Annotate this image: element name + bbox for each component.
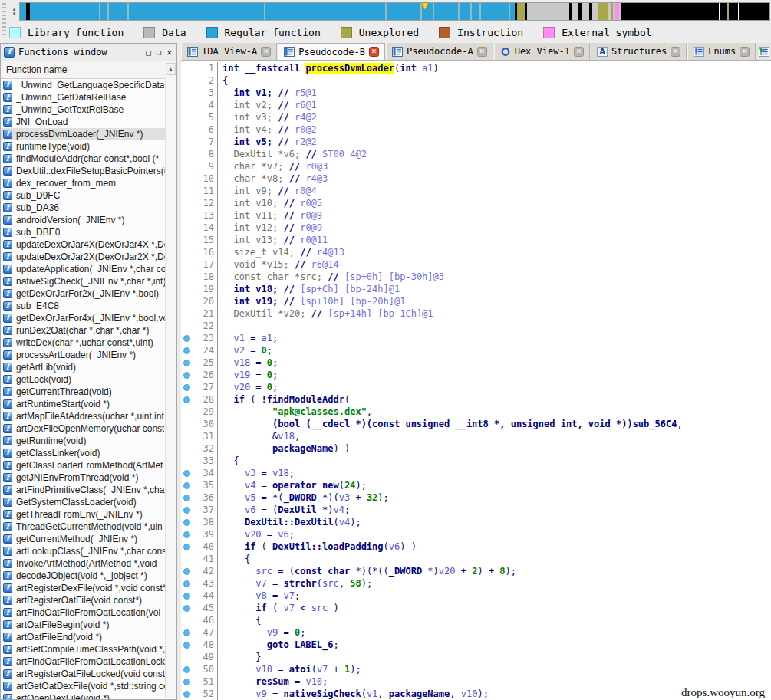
function-row[interactable]: fartLookupClass(_JNIEnv *,char const xyxy=(1,545,166,557)
function-row[interactable]: fartRegisterDexFile(void *,void const* xyxy=(1,582,166,594)
code-text[interactable]: int v18; // [sp+Ch] [bp-24h]@1 xyxy=(218,283,400,295)
function-row[interactable]: fnativeSigCheck(_JNIEnv *,char *,int) xyxy=(1,275,166,288)
code-text[interactable]: goto LABEL_6; xyxy=(218,639,339,651)
function-row[interactable]: fprocessArtLoader(_JNIEnv *) xyxy=(1,349,166,361)
function-row[interactable]: fsub_D9FC xyxy=(1,189,166,202)
function-row[interactable]: fgetCurrentThread(void) xyxy=(1,386,166,398)
function-row[interactable]: f_Unwind_GetTextRelBase xyxy=(1,104,166,116)
function-row[interactable]: fartGetOatDexFile(void *,std::string co xyxy=(1,680,166,692)
function-row[interactable]: fartFindOatFileFromOatLocationLock xyxy=(1,656,166,668)
tab-enums[interactable]: Enums✕ xyxy=(687,43,756,60)
code-text[interactable]: if ( v7 < src ) xyxy=(218,602,339,614)
function-row[interactable]: fwriteDex(char *,uchar const*,uint) xyxy=(1,337,166,349)
tab-structures[interactable]: AStructures✕ xyxy=(591,43,687,60)
function-row[interactable]: fgetDexOrJarFor4x(_JNIEnv *,bool,voi xyxy=(1,312,166,324)
code-text[interactable]: v7 = strchr(src, 58); xyxy=(218,577,372,590)
code-text[interactable]: { xyxy=(218,614,262,626)
function-row[interactable]: fDexUtil::dexFileSetupBasicPointers(u xyxy=(1,165,166,177)
function-row[interactable]: fdecodeJObject(void *,_jobject *) xyxy=(1,570,166,582)
code-text[interactable]: v5 = *(_DWORD *)(v3 + 32); xyxy=(218,491,389,504)
code-text[interactable]: v19 = 0; xyxy=(218,369,278,381)
function-row[interactable]: fGetSystemClassLoader(void) xyxy=(1,496,166,508)
code-text[interactable]: { xyxy=(218,455,239,467)
code-text[interactable]: v4 = operator new(24); xyxy=(218,479,367,491)
function-row[interactable]: fgetThreadFromEnv(_JNIEnv *) xyxy=(1,508,166,521)
code-text[interactable]: packageName) ) xyxy=(218,442,350,455)
function-row[interactable]: fgetDexOrJarFor2x(_JNIEnv *,bool) xyxy=(1,288,166,300)
code-text[interactable]: char *v7; // r0@3 xyxy=(218,160,328,173)
function-row[interactable]: fartOatFileEnd(void *) xyxy=(1,631,166,643)
function-row[interactable]: fsub_DBE0 xyxy=(1,226,166,238)
tab-partial[interactable] xyxy=(756,43,771,60)
code-text[interactable]: (bool (__cdecl *)(const unsigned __int8 … xyxy=(218,418,683,430)
band-arrow-down-icon[interactable]: ▾ xyxy=(9,12,19,16)
function-row[interactable]: fThreadGetCurrentMethod(void *,uin xyxy=(1,521,166,533)
toolbar-grip[interactable] xyxy=(2,3,6,38)
code-text[interactable]: int v3; // r4@2 xyxy=(218,111,317,123)
code-text[interactable]: v10 = atoi(v7 + 1); xyxy=(218,663,361,675)
function-row[interactable]: fandroidVersion(_JNIEnv *) xyxy=(1,214,166,226)
code-text[interactable]: int v2; // r6@1 xyxy=(218,99,317,111)
function-row[interactable]: fruntimeType(void) xyxy=(1,140,166,153)
function-row[interactable]: fartMapFileAtAddress(uchar *,uint,int xyxy=(1,410,166,422)
code-text[interactable]: v9 = 0; xyxy=(218,626,305,639)
code-text[interactable]: v2 = 0; xyxy=(218,344,272,357)
code-text[interactable]: v18 = 0; xyxy=(218,357,278,369)
tab-close-icon[interactable]: ✕ xyxy=(477,47,487,57)
float-icon[interactable]: ❐ xyxy=(157,48,162,58)
code-text[interactable]: const char *src; // [sp+0h] [bp-30h]@3 xyxy=(218,271,444,283)
code-text[interactable]: v1 = a1; xyxy=(218,332,278,344)
function-row[interactable]: fartFindOatFileFromOatLocation(voi xyxy=(1,606,166,619)
functions-scrollbar[interactable] xyxy=(165,78,176,698)
code-text[interactable]: int v10; // r0@5 xyxy=(218,197,322,209)
band-scroll-arrows[interactable]: ▴ ▾ xyxy=(9,7,19,16)
code-text[interactable] xyxy=(218,320,222,332)
function-row[interactable]: f_Unwind_GetLanguageSpecificData xyxy=(1,79,166,91)
code-text[interactable]: src = (const char *)(*((_DWORD *)v20 + 2… xyxy=(218,565,516,577)
code-text[interactable]: int v1; // r5@1 xyxy=(218,87,317,99)
function-row[interactable]: fupdateApplication(_JNIEnv *,char co xyxy=(1,263,166,275)
function-row[interactable]: fartRuntimeStart(void *) xyxy=(1,398,166,410)
code-text[interactable]: "apk@classes.dex", xyxy=(218,406,372,418)
function-name-column-header[interactable]: Function name ▲ xyxy=(1,61,176,79)
code-text[interactable]: { xyxy=(218,553,250,565)
code-text[interactable]: resSum = v10; xyxy=(218,675,328,688)
function-row[interactable]: fdex_recover_from_mem xyxy=(1,177,166,189)
function-row[interactable]: fupdateDexOrJar4X(DexOrJar4X *,Dex xyxy=(1,238,166,251)
tab-close-icon[interactable]: ✕ xyxy=(369,47,379,57)
code-text[interactable]: { xyxy=(218,74,228,87)
code-text[interactable]: int v12; // r0@9 xyxy=(218,222,322,234)
function-row[interactable]: fgetRuntime(void) xyxy=(1,435,166,447)
function-row[interactable]: fartFindPrimitiveClass(_JNIEnv *,char) xyxy=(1,484,166,496)
code-text[interactable]: v20 = v6; xyxy=(218,528,295,541)
code-text[interactable]: v9 = nativeSigCheck(v1, packageName, v10… xyxy=(218,688,489,700)
function-row[interactable]: fsub_E4C8 xyxy=(1,300,166,312)
function-row[interactable]: fJNI_OnLoad xyxy=(1,116,166,128)
function-row[interactable]: fprocessDvmLoader(_JNIEnv *) xyxy=(1,128,166,140)
code-text[interactable]: } xyxy=(218,651,262,663)
code-text[interactable]: int __fastcall processDvmLoader(int a1) xyxy=(218,62,439,74)
code-text[interactable]: size_t v14; // r4@13 xyxy=(218,246,344,258)
function-row[interactable]: fgetJNIEnvFromThread(void *) xyxy=(1,472,166,484)
function-row[interactable]: frunDex2Oat(char *,char *,char *) xyxy=(1,324,166,337)
code-text[interactable]: &v18, xyxy=(218,430,300,442)
function-row[interactable]: fartOpenDexFile(void *) xyxy=(1,692,166,699)
tab-close-icon[interactable]: ✕ xyxy=(261,47,271,57)
tab-close-icon[interactable]: ✕ xyxy=(740,47,750,57)
function-row[interactable]: fartRegisterOatFile(void const*) xyxy=(1,594,166,606)
function-row[interactable]: ffindModuleAddr(char const*,bool (* xyxy=(1,153,166,165)
function-row[interactable]: fgetLock(void) xyxy=(1,373,166,386)
code-text[interactable]: if ( !findModuleAddr( xyxy=(218,393,350,406)
code-text[interactable]: DexUtil::DexUtil(v4); xyxy=(218,516,361,528)
function-row[interactable]: f_Unwind_GetDataRelBase xyxy=(1,91,166,104)
function-row[interactable]: fartRegisterOatFileLocked(void const xyxy=(1,668,166,680)
code-text[interactable]: int v11; // r0@9 xyxy=(218,209,322,222)
code-text[interactable]: v6 = (DexUtil *)v4; xyxy=(218,504,350,516)
function-row[interactable]: fgetClassLoaderFromMethod(ArtMet xyxy=(1,459,166,472)
tab-close-icon[interactable]: ✕ xyxy=(671,47,680,57)
tab-pseudocode-a[interactable]: Pseudocode-A✕ xyxy=(386,43,493,60)
close-icon[interactable]: ✕ xyxy=(166,48,172,58)
code-text[interactable]: v8 = v7; xyxy=(218,590,300,602)
code-text[interactable]: int v19; // [sp+10h] [bp-20h]@1 xyxy=(218,295,405,307)
tab-pseudocode-b[interactable]: Pseudocode-B✕ xyxy=(278,43,385,60)
